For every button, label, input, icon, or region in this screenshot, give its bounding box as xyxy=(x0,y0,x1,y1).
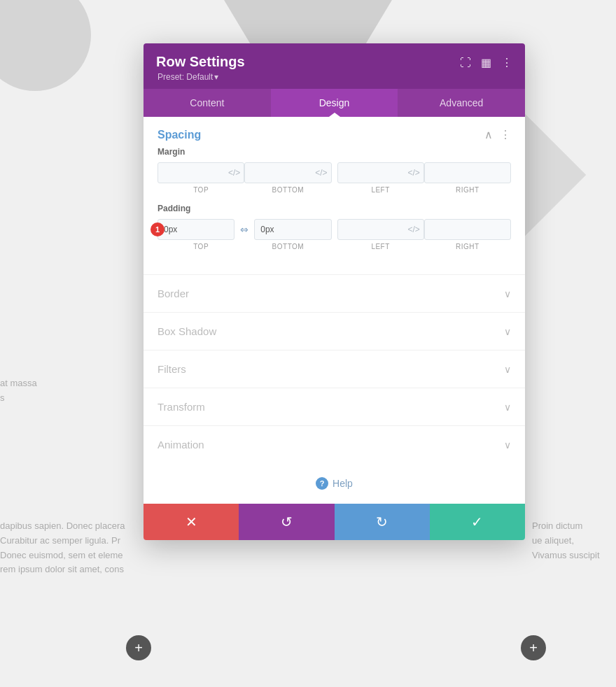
margin-top-bottom-group: </> </> xyxy=(158,162,332,183)
margin-top-link-icon: </> xyxy=(228,168,240,178)
padding-left-right-group: </> xyxy=(337,219,512,240)
help-section[interactable]: ? Help xyxy=(144,463,525,504)
filters-header[interactable]: Filters ∨ xyxy=(144,350,525,388)
padding-bottom-input[interactable] xyxy=(254,219,331,240)
panel-header: Row Settings Preset: Default▾ ⛶ ▦ ⋮ xyxy=(144,43,525,89)
border-section: Border ∨ xyxy=(144,274,525,312)
padding-top-label: Top xyxy=(158,243,244,250)
panel-preset[interactable]: Preset: Default▾ xyxy=(156,72,245,82)
notification-badge: 1 xyxy=(150,222,164,236)
reset-button[interactable]: ↺ xyxy=(239,504,334,540)
tab-advanced[interactable]: Advanced xyxy=(398,89,525,117)
panel-footer: ✕ ↺ ↻ ✓ xyxy=(144,504,525,540)
border-header[interactable]: Border ∨ xyxy=(144,275,525,312)
cancel-button[interactable]: ✕ xyxy=(144,504,239,540)
padding-bottom-label: Bottom xyxy=(244,243,331,250)
section-more-icon[interactable]: ⋮ xyxy=(500,128,511,141)
panel-tabs: Content Design Advanced xyxy=(144,89,525,117)
margin-bottom-label: Bottom xyxy=(244,186,331,194)
expand-icon[interactable]: ⛶ xyxy=(460,57,471,69)
margin-bottom-wrapper: </> xyxy=(244,162,331,183)
section-header-icons: ∧ ⋮ xyxy=(484,128,511,141)
help-icon: ? xyxy=(316,477,328,490)
box-shadow-title: Box Shadow xyxy=(158,325,216,337)
margin-bottom-link-icon: </> xyxy=(315,168,327,178)
padding-right-label: Right xyxy=(424,243,511,250)
margin-left-right-group: </> xyxy=(337,162,512,183)
animation-chevron: ∨ xyxy=(504,439,511,451)
padding-right-wrapper xyxy=(424,219,511,240)
padding-top-input[interactable] xyxy=(158,219,234,240)
border-chevron: ∨ xyxy=(504,288,511,299)
margin-right-input[interactable] xyxy=(424,162,511,183)
save-button[interactable]: ✓ xyxy=(430,504,525,540)
padding-left-wrapper: </> xyxy=(337,219,424,240)
margin-right-wrapper xyxy=(424,162,511,183)
animation-header[interactable]: Animation ∨ xyxy=(144,426,525,463)
padding-input-row: 1 ⇔ xyxy=(158,219,511,240)
spacing-content: Margin </> </> xyxy=(144,147,525,274)
margin-left-label: Left xyxy=(337,186,424,194)
margin-label: Margin xyxy=(158,147,511,157)
padding-top-bottom-group: ⇔ xyxy=(158,219,332,240)
padding-left-label: Left xyxy=(337,243,424,250)
filters-section: Filters ∨ xyxy=(144,350,525,388)
margin-left-wrapper: </> xyxy=(337,162,424,183)
margin-labels: Top Bottom Left Right xyxy=(158,186,511,194)
panel-title-group: Row Settings Preset: Default▾ xyxy=(156,53,245,82)
margin-input-row: </> </> </> xyxy=(158,162,511,183)
help-label: Help xyxy=(332,478,353,489)
transform-header[interactable]: Transform ∨ xyxy=(144,388,525,425)
margin-left-link-icon: </> xyxy=(407,168,419,178)
collapse-icon[interactable]: ∧ xyxy=(484,128,493,141)
panel-body: Spacing ∧ ⋮ Margin </> xyxy=(144,117,525,504)
padding-top-wrapper xyxy=(158,219,234,240)
box-shadow-section: Box Shadow ∨ xyxy=(144,312,525,350)
panel-title: Row Settings xyxy=(156,53,245,70)
box-shadow-header[interactable]: Box Shadow ∨ xyxy=(144,313,525,350)
padding-link-wrapper: ⇔ xyxy=(234,219,254,240)
spacing-section-header: Spacing ∧ ⋮ xyxy=(144,117,525,147)
transform-section: Transform ∨ xyxy=(144,388,525,425)
tab-design[interactable]: Design xyxy=(271,89,398,117)
transform-title: Transform xyxy=(158,401,205,413)
spacing-title: Spacing xyxy=(158,129,201,141)
animation-title: Animation xyxy=(158,439,204,451)
modal-overlay: Row Settings Preset: Default▾ ⛶ ▦ ⋮ Cont… xyxy=(0,0,616,687)
border-title: Border xyxy=(158,288,189,299)
animation-section: Animation ∨ xyxy=(144,425,525,463)
padding-label: Padding xyxy=(158,204,511,213)
padding-left-link-icon: </> xyxy=(407,225,419,234)
spacing-section: Spacing ∧ ⋮ Margin </> xyxy=(144,117,525,274)
tab-content[interactable]: Content xyxy=(144,89,271,117)
transform-chevron: ∨ xyxy=(504,402,511,413)
filters-title: Filters xyxy=(158,363,186,375)
margin-top-label: Top xyxy=(158,186,244,194)
columns-icon[interactable]: ▦ xyxy=(481,56,491,69)
box-shadow-chevron: ∨ xyxy=(504,326,511,337)
margin-top-wrapper: </> xyxy=(158,162,244,183)
padding-right-input[interactable] xyxy=(424,219,511,240)
more-options-icon[interactable]: ⋮ xyxy=(501,56,512,69)
margin-right-label: Right xyxy=(424,186,511,194)
panel-header-icons: ⛶ ▦ ⋮ xyxy=(460,56,512,69)
redo-button[interactable]: ↻ xyxy=(335,504,430,540)
padding-labels: Top Bottom Left Right xyxy=(158,243,511,250)
filters-chevron: ∨ xyxy=(504,364,511,375)
settings-panel: Row Settings Preset: Default▾ ⛶ ▦ ⋮ Cont… xyxy=(144,43,525,540)
padding-bottom-wrapper xyxy=(254,219,331,240)
padding-link-icon[interactable]: ⇔ xyxy=(240,224,248,235)
